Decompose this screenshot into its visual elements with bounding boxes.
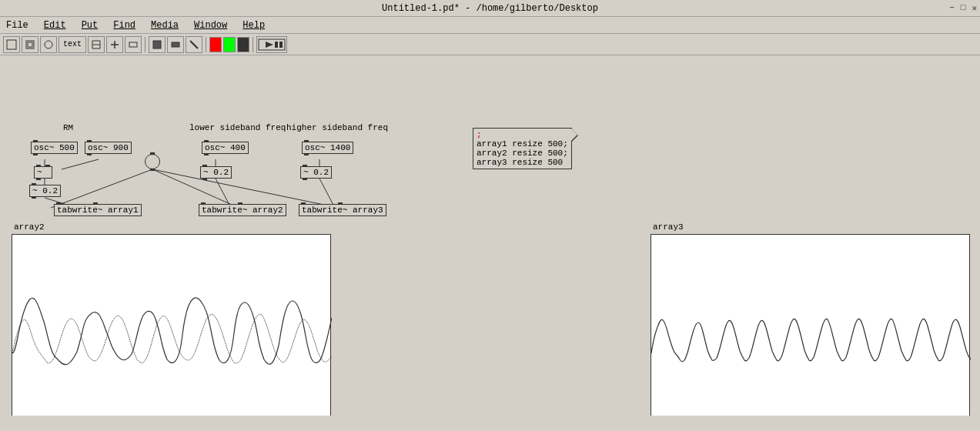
- tabwrite-array1-node[interactable]: tabwrite~ array1: [54, 204, 142, 216]
- msgbox-line-1: ;: [477, 130, 568, 139]
- svg-rect-2: [28, 42, 32, 47]
- toolbar-btn-6[interactable]: [125, 36, 142, 53]
- array2-panel: [12, 234, 331, 416]
- toolbar-btn-7[interactable]: [149, 36, 166, 53]
- svg-rect-0: [7, 40, 16, 49]
- menu-find[interactable]: Find: [110, 18, 139, 32]
- window-controls: − □ ✕: [949, 3, 977, 13]
- lower-label: lower sideband freq: [189, 123, 286, 132]
- tabwrite-array2-node[interactable]: tabwrite~ array2: [199, 204, 286, 216]
- toolbar: text: [0, 34, 980, 55]
- toolbar-btn-4[interactable]: [88, 36, 105, 53]
- title-text: Untitled-1.pd* - /home/gilberto/Desktop: [382, 3, 598, 14]
- svg-rect-15: [279, 42, 283, 48]
- toolbar-color-dark[interactable]: [237, 37, 249, 52]
- menu-media[interactable]: Media: [148, 18, 182, 32]
- bang-node[interactable]: [145, 154, 160, 169]
- svg-marker-13: [266, 42, 273, 48]
- svg-rect-9: [153, 41, 161, 48]
- menu-window[interactable]: Window: [191, 18, 230, 32]
- menu-put[interactable]: Put: [79, 18, 102, 32]
- svg-point-3: [45, 41, 52, 48]
- maximize-button[interactable]: □: [961, 3, 966, 13]
- toolbar-text-label: text: [63, 40, 82, 48]
- canvas-area: RM lower sideband freq higher sideband f…: [0, 55, 980, 416]
- toolbar-btn-2[interactable]: [22, 36, 38, 53]
- array3-waveform: [651, 235, 971, 416]
- toolbar-btn-8[interactable]: [167, 36, 184, 53]
- array3-title: array3: [653, 222, 684, 232]
- osc-900-node[interactable]: osc~ 900: [85, 142, 132, 154]
- svg-rect-8: [129, 42, 137, 47]
- mul-02-node-1[interactable]: ~ 0.2: [29, 185, 61, 197]
- msgbox-flag: [571, 129, 577, 141]
- menu-help[interactable]: Help: [239, 18, 268, 32]
- menu-edit[interactable]: Edit: [41, 18, 69, 32]
- toolbar-separator-1: [145, 37, 145, 52]
- multiply-node[interactable]: ~: [34, 166, 52, 179]
- toolbar-color-green[interactable]: [223, 37, 236, 52]
- toolbar-btn-9[interactable]: [186, 36, 202, 53]
- tabwrite-array3-node[interactable]: tabwrite~ array3: [299, 204, 386, 216]
- array2-title: array2: [14, 222, 45, 232]
- osc-1400-node[interactable]: osc~ 1400: [302, 142, 353, 154]
- msgbox-line-2: array1 resize 500;: [477, 139, 568, 149]
- array2-waveform: [12, 235, 332, 416]
- toolbar-separator-2: [206, 37, 206, 52]
- toolbar-btn-5[interactable]: [106, 36, 123, 53]
- osc-500-node[interactable]: osc~ 500: [31, 142, 78, 154]
- mul-02-node-2[interactable]: ~ 0.2: [200, 166, 232, 179]
- svg-line-20: [51, 169, 152, 208]
- resize-msgbox[interactable]: ; array1 resize 500; array2 resize 500; …: [473, 128, 572, 169]
- array3-panel: [651, 234, 970, 416]
- svg-line-11: [190, 41, 198, 48]
- toolbar-btn-1[interactable]: [3, 36, 20, 53]
- mul-02-node-3[interactable]: ~ 0.2: [300, 166, 332, 179]
- minimize-button[interactable]: −: [949, 3, 955, 13]
- toolbar-btn-3[interactable]: [40, 36, 57, 53]
- svg-line-17: [62, 159, 99, 169]
- toolbar-color-red[interactable]: [209, 37, 222, 52]
- toolbar-text-button[interactable]: text: [59, 36, 86, 53]
- msgbox-line-3: array2 resize 500;: [477, 149, 568, 158]
- higher-label: higher sideband freq: [286, 123, 388, 132]
- osc-400-node[interactable]: osc~ 400: [202, 142, 249, 154]
- titlebar: Untitled-1.pd* - /home/gilberto/Desktop …: [0, 0, 980, 17]
- menu-file[interactable]: File: [3, 18, 32, 32]
- close-button[interactable]: ✕: [972, 3, 977, 13]
- toolbar-separator-3: [253, 37, 253, 52]
- rm-label: RM: [63, 123, 73, 132]
- msgbox-line-4: array3 resize 500: [477, 158, 568, 167]
- svg-rect-10: [172, 42, 179, 47]
- toolbar-btn-record[interactable]: [256, 36, 287, 53]
- svg-rect-14: [275, 42, 278, 48]
- menubar: File Edit Put Find Media Window Help: [0, 17, 980, 34]
